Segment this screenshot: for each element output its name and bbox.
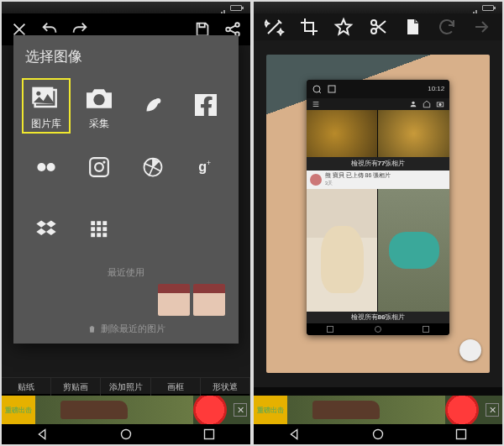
recent-row: [22, 284, 230, 316]
base-photo: 10:12 檢視所有 77 張相片: [266, 55, 490, 374]
right-phone: 10:12 檢視所有 77 張相片: [254, 2, 502, 444]
tab-shape-mask[interactable]: 形状遮: [201, 378, 250, 396]
scissors-icon[interactable]: [368, 18, 388, 36]
inner-topbar: 10:12: [307, 80, 449, 98]
svg-point-12: [95, 163, 103, 171]
ad-tag: 重磅出击: [254, 396, 287, 424]
svg-point-6: [94, 94, 105, 105]
ad-banner[interactable]: 重磅出击 ✕: [254, 396, 502, 424]
svg-rect-20: [92, 227, 96, 231]
recent-thumb[interactable]: [193, 284, 225, 316]
svg-rect-11: [90, 158, 108, 176]
inner-photo: [378, 189, 449, 312]
svg-rect-27: [204, 430, 213, 439]
source-pixabay[interactable]: [129, 78, 177, 134]
facebook-icon: [189, 88, 223, 122]
svg-text:g: g: [199, 159, 207, 174]
svg-rect-25: [103, 233, 108, 237]
nav-home-icon[interactable]: [117, 425, 135, 443]
leaf-icon: [136, 88, 170, 122]
svg-rect-21: [97, 227, 102, 231]
source-more[interactable]: [76, 202, 124, 258]
source-label: 图片库: [31, 117, 61, 131]
svg-rect-17: [92, 221, 96, 225]
source-dropbox[interactable]: [22, 202, 71, 258]
overlay-layer[interactable]: 10:12 檢視所有 77 張相片: [307, 80, 449, 335]
tab-add-photo[interactable]: 添加照片: [101, 378, 150, 396]
source-google[interactable]: g+: [182, 140, 231, 196]
inner-bar-1: 檢視所有 77 張相片: [307, 157, 449, 171]
svg-text:+: +: [207, 159, 211, 167]
recent-thumb[interactable]: [158, 284, 190, 316]
crop-icon[interactable]: [299, 18, 319, 36]
ad-close-button[interactable]: ✕: [486, 403, 499, 417]
svg-rect-37: [456, 430, 465, 439]
svg-point-9: [37, 163, 45, 171]
magic-wand-icon[interactable]: [265, 18, 285, 36]
forward-icon[interactable]: [471, 18, 491, 36]
system-navbar: [254, 424, 502, 444]
status-bar: [254, 2, 502, 13]
svg-point-10: [46, 163, 55, 171]
tab-stickers[interactable]: 贴纸: [2, 378, 51, 396]
nav-back-icon[interactable]: [286, 425, 304, 443]
source-flickr[interactable]: [22, 140, 71, 196]
camera-icon: [82, 81, 116, 115]
svg-point-5: [36, 91, 40, 95]
page-icon[interactable]: [402, 18, 423, 36]
rotate-handle[interactable]: [459, 339, 481, 361]
avatar: [310, 174, 322, 186]
editor-stage[interactable]: 10:12 檢視所有 77 張相片: [254, 40, 502, 387]
inner-photo: [307, 110, 378, 157]
ad-image: [287, 396, 445, 424]
svg-point-26: [121, 430, 130, 439]
source-picasa[interactable]: [129, 140, 177, 196]
source-instagram[interactable]: [76, 140, 124, 196]
svg-point-7: [155, 98, 160, 103]
ad-close-button[interactable]: ✕: [234, 403, 247, 417]
instagram-icon: [82, 150, 116, 184]
source-capture[interactable]: 采集: [76, 78, 124, 134]
source-facebook[interactable]: [182, 78, 231, 134]
source-gallery[interactable]: 图片库: [22, 78, 71, 134]
nav-recent-icon[interactable]: [200, 425, 218, 443]
inner-photo: [307, 189, 378, 312]
svg-rect-23: [92, 233, 96, 237]
svg-rect-31: [328, 86, 335, 92]
svg-point-34: [439, 103, 442, 106]
ad-tag: 重磅出击: [2, 396, 35, 424]
status-bar: [2, 2, 250, 13]
editor-toolbar: [254, 13, 502, 40]
svg-rect-19: [103, 221, 108, 225]
ad-banner[interactable]: 重磅出击 ✕: [2, 396, 250, 424]
google-icon: g+: [189, 150, 223, 184]
source-label: 采集: [89, 117, 109, 131]
dropbox-icon: [29, 213, 63, 246]
inner-photo: [378, 110, 449, 157]
choose-image-dialog: 选择图像 图片库 采集: [13, 35, 239, 344]
flickr-icon: [29, 150, 63, 184]
inner-status-time: 10:12: [428, 85, 444, 92]
nav-back-icon[interactable]: [34, 425, 52, 443]
nav-recent-icon[interactable]: [452, 425, 470, 443]
tab-cliparts[interactable]: 剪贴画: [51, 378, 101, 396]
system-navbar: [2, 424, 250, 444]
grid-icon: [82, 213, 116, 246]
inner-bar-2: 檢視所有 86 張相片: [307, 312, 449, 323]
delete-recent-button[interactable]: 删除最近的图片: [22, 323, 230, 335]
refresh-icon[interactable]: [437, 18, 457, 36]
ad-cta-icon: [193, 396, 227, 424]
svg-point-32: [412, 102, 415, 104]
dialog-title: 选择图像: [22, 47, 230, 66]
bottom-tabs: 贴纸 剪贴画 添加照片 画框 形状遮: [2, 377, 250, 396]
tab-frames[interactable]: 画框: [151, 378, 201, 396]
svg-point-13: [103, 160, 106, 163]
nav-home-icon[interactable]: [369, 425, 387, 443]
star-icon[interactable]: [333, 18, 354, 36]
ad-cta-icon: [445, 396, 479, 424]
svg-rect-18: [97, 221, 102, 225]
svg-rect-22: [103, 227, 108, 231]
svg-rect-24: [97, 233, 102, 237]
svg-point-36: [373, 430, 382, 439]
source-grid: 图片库 采集 g+: [22, 78, 230, 258]
